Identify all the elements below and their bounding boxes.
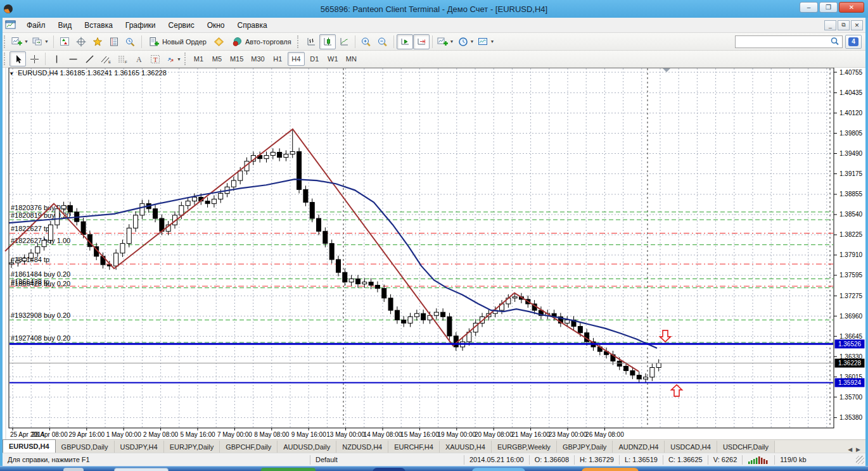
auto-trading-button[interactable]: Авто-торговля [227,34,296,49]
search-icon[interactable] [830,37,839,46]
status-profile[interactable]: Default [310,455,464,465]
timeframe-h4[interactable]: H4 [288,52,305,66]
status-close: C: 1.36625 [663,455,708,465]
menu-2[interactable]: Вид [52,19,79,32]
equidistant-channel-tool-button[interactable]: E [98,51,114,66]
chart-tab-eurchf-h4[interactable]: EURCHF,H4 [388,441,440,453]
timeframe-m5[interactable]: M5 [208,52,226,66]
chart-tab-eurusd-h4[interactable]: EURUSD,H4 [3,439,56,453]
svg-text:15 May 16:00: 15 May 16:00 [400,431,439,438]
line-chart-button[interactable] [336,34,352,49]
timeframe-m1[interactable]: M1 [190,52,207,66]
mdi-close-button[interactable]: ✕ [851,20,863,30]
indicators-button[interactable]: ▼ [435,34,456,49]
crosshair-tool-button[interactable] [26,51,42,66]
search-input[interactable] [737,37,830,47]
menu-3[interactable]: Вставка [78,19,119,32]
new-chart-button[interactable]: ▼ [10,34,30,49]
status-volume: V: 6262 [708,455,743,465]
mailbox-button[interactable]: 4 [845,35,862,49]
vertical-line-tool-button[interactable] [48,51,65,66]
navigator-button[interactable] [89,34,106,49]
timeframe-m15[interactable]: M15 [227,52,246,66]
auto-scroll-button[interactable] [397,34,413,49]
bar-chart-button[interactable] [303,34,319,49]
dropdown-arrow-icon: ▼ [177,57,181,61]
menu-6[interactable]: Окно [201,19,231,32]
chart-tab-usdjpy-h4[interactable]: USDJPY,H4 [115,441,164,453]
dropdown-arrow-icon: ▼ [470,39,475,44]
indicators-icon [437,37,449,47]
taskbar-item[interactable] [582,468,639,471]
trendline-tool-button[interactable] [81,51,98,66]
profiles-button[interactable]: ▼ [30,34,51,49]
close-button[interactable]: ✕ [839,2,864,13]
tabs-scroll-left-icon[interactable]: ◀ [848,446,852,453]
status-open: O: 1.36608 [530,455,575,465]
chart-tab-usdchf-daily[interactable]: USDCHF,Daily [717,441,775,453]
maximize-button[interactable]: ❐ [819,2,838,13]
taskbar-item[interactable] [63,468,84,471]
menu-4[interactable]: Графики [119,19,162,32]
toolbar-grip[interactable] [184,53,188,65]
chart-shift-button[interactable] [413,34,430,49]
timeframe-w1[interactable]: W1 [324,52,341,66]
chart-tab-gbpjpy-daily[interactable]: GBPJPY,Daily [557,441,613,453]
menu-7[interactable]: Справка [231,19,274,32]
toolbar-grip[interactable] [4,35,7,48]
toolbar-grip[interactable] [297,35,300,48]
taskbar-item[interactable] [373,468,405,471]
taskbar-item[interactable] [114,468,169,471]
resize-grip[interactable] [856,456,864,464]
chart-tab-eurjpy-daily[interactable]: EURJPY,Daily [164,441,220,453]
timeframe-h1[interactable]: H1 [269,52,286,66]
text-label-tool-button[interactable]: T [147,51,163,66]
templates-button[interactable]: ▼ [476,34,496,49]
toolbar-grip[interactable] [4,53,7,65]
chart-tab-usdcad-h4[interactable]: USDCAD,H4 [665,441,717,453]
timeframe-d1[interactable]: D1 [306,52,323,66]
chart-tab-xauusd-h4[interactable]: XAUUSD,H4 [440,441,492,453]
chart-tab-eurgbp-weekly[interactable]: EURGBP,Weekly [492,441,557,453]
strategy-tester-button[interactable] [122,34,139,49]
taskbar-item[interactable] [261,468,316,471]
candlestick-chart-button[interactable] [319,34,336,49]
fibonacci-tool-button[interactable]: F [114,51,131,66]
minimize-button[interactable]: – [800,2,818,13]
chart-tab-audnzd-h4[interactable]: AUDNZD,H4 [613,441,665,453]
chart-tab-gbpusd-daily[interactable]: GBPUSD,Daily [56,441,115,453]
metaeditor-button[interactable] [211,34,227,49]
zoom-in-icon [361,37,371,47]
chart-tab-nzdusd-h4[interactable]: NZDUSD,H4 [336,441,388,453]
menu-5[interactable]: Сервис [162,19,201,32]
svg-text:1.38225: 1.38225 [839,231,863,238]
zoom-in-button[interactable] [358,34,374,49]
data-window-button[interactable] [73,34,89,49]
cursor-tool-button[interactable] [10,51,26,66]
terminal-button[interactable] [106,34,122,49]
market-watch-button[interactable] [56,34,73,49]
chart-tab-gbpchf-daily[interactable]: GBPCHF,Daily [220,441,278,453]
menu-1[interactable]: Файл [20,19,52,32]
zoom-out-button[interactable] [374,34,391,49]
periods-button[interactable]: ▼ [456,34,476,49]
fibonacci-icon: F [117,54,127,64]
new-order-button[interactable]: Новый Ордер [144,34,211,49]
svg-text:9 May 16:00: 9 May 16:00 [291,431,326,438]
timeframe-mn[interactable]: MN [343,52,360,66]
windows-taskbar[interactable] [0,466,868,471]
symbol-info-label: EURUSD,H4 1.36185 1.36241 1.36165 1.3622… [18,69,167,77]
arrows-tool-button[interactable]: ▼ [163,51,183,66]
horizontal-line-tool-button[interactable] [65,51,81,66]
mdi-restore-button[interactable]: ⧉ [838,20,850,30]
taskbar-item[interactable] [472,468,525,471]
timeframe-m30[interactable]: M30 [248,52,267,66]
text-tool-button[interactable]: A [131,51,147,66]
svg-text:1.36228: 1.36228 [838,360,862,367]
tabs-scroll-right-icon[interactable]: ▶ [856,446,860,453]
chart-area[interactable]: #1820376 buy 0.20#1820819 buy 0.20#18226… [3,68,865,439]
mdi-minimize-button[interactable]: _ [824,20,836,30]
chart-tab-audusd-daily[interactable]: AUDUSD,Daily [278,441,336,453]
text-label-icon: T [150,54,160,64]
svg-text:#1932908 buy 0.20: #1932908 buy 0.20 [11,311,70,319]
